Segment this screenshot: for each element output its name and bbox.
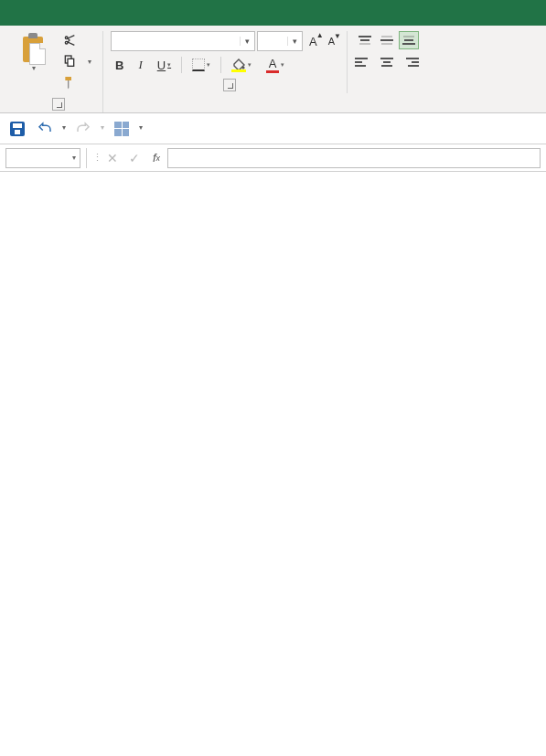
align-top-button[interactable] xyxy=(355,31,375,49)
underline-button[interactable]: U▾ xyxy=(153,57,176,74)
align-middle-button[interactable] xyxy=(377,31,397,49)
paintbrush-icon xyxy=(62,75,77,92)
svg-rect-1 xyxy=(68,59,74,66)
undo-button[interactable] xyxy=(35,119,55,139)
chevron-down-icon[interactable]: ▾ xyxy=(32,64,36,72)
paint-bucket-icon xyxy=(231,58,246,72)
chevron-down-icon[interactable]: ▾ xyxy=(72,154,76,162)
formula-input[interactable] xyxy=(167,148,541,168)
italic-button[interactable]: I xyxy=(134,56,146,74)
copy-button[interactable]: ▾ xyxy=(59,52,95,73)
cut-button[interactable] xyxy=(59,31,95,52)
border-icon xyxy=(192,59,205,71)
redo-dropdown[interactable]: ▾ xyxy=(101,123,104,132)
drag-handle-icon[interactable]: ⋮ xyxy=(92,152,102,164)
align-right-button[interactable] xyxy=(399,53,419,71)
save-button[interactable] xyxy=(7,119,27,139)
font-size-combo[interactable]: ▾ xyxy=(257,31,303,51)
group-font: ▾ ▾ A▲ A▼ B I U▾ ▾ ▾ A xyxy=(103,31,348,93)
font-name-combo[interactable]: ▾ xyxy=(111,31,255,51)
borders-button[interactable]: ▾ xyxy=(187,57,215,73)
font-dialog-launcher[interactable] xyxy=(223,79,236,91)
grid-icon xyxy=(114,122,129,136)
customize-quick-access[interactable]: ▾ xyxy=(139,123,143,132)
formula-bar: ▾ ⋮ ✕ ✓ fx xyxy=(0,144,546,172)
enter-formula-button[interactable]: ✓ xyxy=(123,148,145,168)
ribbon: ▾ ▾ xyxy=(0,26,546,113)
name-box[interactable]: ▾ xyxy=(5,148,80,168)
chevron-down-icon[interactable]: ▾ xyxy=(287,37,302,46)
clipboard-dialog-launcher[interactable] xyxy=(52,98,65,111)
undo-dropdown[interactable]: ▾ xyxy=(62,123,66,132)
save-icon xyxy=(10,122,25,136)
clipboard-icon xyxy=(21,33,47,64)
bold-button[interactable]: B xyxy=(111,57,128,74)
format-painter-button[interactable] xyxy=(59,73,95,94)
align-center-button[interactable] xyxy=(377,53,397,71)
insert-function-button[interactable]: fx xyxy=(145,148,167,168)
decrease-font-size-button[interactable]: A▼ xyxy=(324,34,339,48)
redo-button[interactable] xyxy=(73,119,93,139)
paste-button[interactable]: ▾ xyxy=(13,31,55,74)
ribbon-tabs xyxy=(0,0,546,26)
chevron-down-icon[interactable]: ▾ xyxy=(240,37,254,46)
copy-icon xyxy=(62,54,77,71)
chevron-down-icon[interactable]: ▾ xyxy=(88,58,91,66)
quick-grid-button[interactable] xyxy=(112,119,132,139)
align-bottom-button[interactable] xyxy=(399,31,419,49)
group-alignment xyxy=(348,31,426,91)
quick-access-toolbar: ▾ ▾ ▾ xyxy=(0,113,546,144)
group-clipboard: ▾ ▾ xyxy=(5,31,103,112)
scissors-icon xyxy=(62,33,77,50)
svg-point-2 xyxy=(242,66,245,69)
increase-font-size-button[interactable]: A▲ xyxy=(305,33,322,50)
cancel-formula-button[interactable]: ✕ xyxy=(102,148,123,168)
fill-color-button[interactable]: ▾ xyxy=(227,56,256,74)
align-left-button[interactable] xyxy=(355,53,375,71)
font-color-button[interactable]: A▾ xyxy=(262,55,289,75)
